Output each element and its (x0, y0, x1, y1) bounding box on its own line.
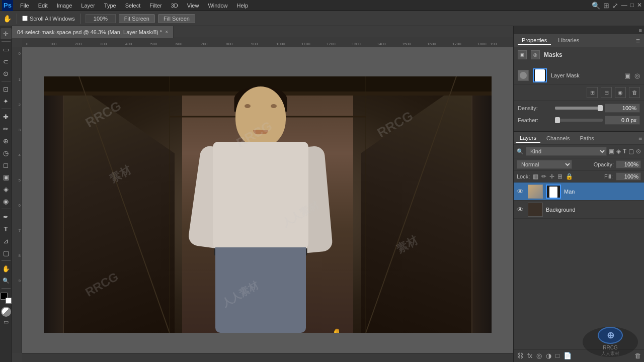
lock-artboard-icon[interactable]: ⊞ (557, 173, 562, 180)
layer-mask-thumb-man[interactable] (546, 185, 561, 199)
filter-pixel-icon[interactable]: ▣ (609, 148, 614, 155)
marquee-tool[interactable]: ▭ (1, 44, 12, 55)
screen-mode-icon[interactable]: ▭ (4, 319, 9, 325)
tab-close-button[interactable]: × (165, 29, 168, 35)
layers-filter-select[interactable]: Kind (526, 147, 607, 156)
menu-window[interactable]: Window (204, 2, 231, 10)
menu-select[interactable]: Select (121, 2, 145, 10)
canvas-image[interactable]: RRCG 素材 RRCG 人人素材 RRCG 素材 RRCG 人人素材 ✋ (44, 76, 492, 333)
density-slider[interactable] (555, 107, 603, 110)
dodge-tool[interactable]: ◉ (1, 196, 12, 207)
horizontal-scrollbar[interactable] (22, 353, 513, 362)
background-color[interactable] (6, 298, 12, 304)
workspace-icon[interactable]: ⊞ (603, 2, 609, 10)
filter-text-icon[interactable]: T (623, 148, 626, 155)
blend-mode-select[interactable]: Normal (517, 160, 572, 169)
eyedropper-tool[interactable]: ✦ (1, 96, 12, 107)
panel-collapse-button[interactable]: ≡ (514, 26, 644, 34)
feather-slider-thumb[interactable] (555, 117, 560, 123)
crop-tool[interactable]: ⊡ (1, 83, 12, 95)
layer-visibility-background[interactable]: 👁 (517, 206, 525, 214)
lock-paint-icon[interactable]: ✏ (541, 173, 546, 180)
gradient-tool[interactable]: ▣ (1, 171, 12, 183)
filter-adjust-icon[interactable]: ◈ (616, 148, 621, 155)
tab-properties[interactable]: Properties (518, 36, 551, 45)
quick-select-tool[interactable]: ⊙ (1, 68, 12, 79)
new-adjustment-icon[interactable]: ◑ (546, 352, 551, 359)
tab-channels[interactable]: Channels (542, 134, 574, 142)
filter-shape-icon[interactable]: ▢ (628, 148, 634, 155)
zoom-input[interactable] (86, 14, 116, 23)
layer-mask-thumbnail[interactable] (533, 68, 547, 82)
filter-smart-icon[interactable]: ⊙ (636, 148, 641, 155)
add-pixel-mask-icon[interactable]: ▣ (624, 72, 630, 79)
scroll-all-windows-check[interactable]: Scroll All Windows (22, 16, 75, 22)
document-tab[interactable]: 04-select-mask-space.psd @ 46.3% (Man, L… (12, 26, 174, 38)
fit-screen-button[interactable]: Fit Screen (119, 14, 155, 23)
move-tool[interactable]: ✛ (1, 28, 12, 39)
scroll-all-windows-checkbox[interactable] (22, 16, 28, 21)
link-layers-icon[interactable]: ⛓ (517, 352, 523, 359)
text-tool[interactable]: T (1, 223, 12, 234)
density-value[interactable]: 100% (605, 104, 640, 113)
fill-screen-button[interactable]: Fill Screen (158, 14, 195, 23)
menu-filter[interactable]: Filter (145, 2, 166, 10)
maximize-icon[interactable]: □ (630, 2, 634, 10)
delete-layer-icon[interactable]: 🗑 (634, 352, 641, 359)
tab-libraries[interactable]: Libraries (554, 36, 583, 45)
fill-input[interactable] (616, 172, 641, 180)
pen-tool[interactable]: ✒ (1, 211, 12, 222)
new-layer-icon[interactable]: 📄 (564, 352, 572, 359)
menu-image[interactable]: Image (53, 2, 76, 10)
clone-tool[interactable]: ⊕ (1, 135, 12, 146)
blur-tool[interactable]: ◈ (1, 184, 12, 195)
menu-edit[interactable]: Edit (34, 2, 52, 10)
layer-visibility-man[interactable]: 👁 (517, 188, 525, 196)
brush-tool[interactable]: ✏ (1, 123, 12, 134)
visibility-mask-icon[interactable]: ◉ (615, 87, 626, 98)
zoom-tool[interactable]: 🔍 (1, 275, 12, 286)
search-icon[interactable]: 🔍 (592, 2, 600, 10)
menu-help[interactable]: Help (233, 2, 253, 10)
color-swatches[interactable] (1, 293, 12, 304)
menu-3d[interactable]: 3D (167, 2, 182, 10)
opacity-input[interactable] (616, 160, 641, 168)
vector-mask-icon[interactable]: ◎ (531, 50, 540, 59)
layers-panel-options[interactable]: ≡ (638, 135, 642, 142)
arrange-icon[interactable]: ⤢ (612, 2, 618, 10)
new-group-icon[interactable]: □ (555, 352, 559, 359)
feather-slider[interactable] (555, 119, 603, 122)
invert-mask-icon[interactable]: ⊟ (601, 87, 612, 98)
filter-mask-icon[interactable]: ⊞ (587, 87, 598, 98)
eraser-tool[interactable]: ◻ (1, 159, 12, 170)
feather-value[interactable]: 0.0 px (605, 116, 640, 125)
tab-layers[interactable]: Layers (516, 134, 540, 143)
density-slider-thumb[interactable] (598, 105, 603, 111)
lasso-tool[interactable]: ⊂ (1, 56, 12, 67)
minimize-icon[interactable]: — (621, 2, 627, 10)
menu-layer[interactable]: Layer (77, 2, 99, 10)
properties-panel-options[interactable]: ≡ (636, 37, 640, 45)
lock-position-icon[interactable]: ✛ (549, 173, 554, 180)
history-brush-tool[interactable]: ◷ (1, 147, 12, 158)
lock-all-icon[interactable]: 🔒 (566, 173, 573, 180)
healing-tool[interactable]: ✚ (1, 111, 12, 122)
add-mask-icon[interactable]: ◎ (536, 352, 542, 359)
tab-paths[interactable]: Paths (576, 134, 598, 142)
menu-type[interactable]: Type (100, 2, 120, 10)
layer-item-background[interactable]: 👁 Background (514, 201, 644, 219)
add-vector-mask-icon[interactable]: ◎ (634, 72, 640, 79)
menu-view[interactable]: View (183, 2, 203, 10)
close-icon[interactable]: ✕ (637, 2, 642, 10)
pixel-mask-icon[interactable]: ▣ (518, 50, 527, 59)
add-style-icon[interactable]: fx (527, 352, 532, 359)
shape-tool[interactable]: ▢ (1, 247, 12, 258)
quick-mask-icon[interactable] (1, 307, 11, 317)
hand-tool[interactable]: ✋ (1, 263, 12, 274)
menu-file[interactable]: File (16, 2, 33, 10)
ruler-mark-900: 900 (251, 42, 258, 46)
trash-mask-icon[interactable]: 🗑 (629, 87, 640, 98)
path-tool[interactable]: ⊿ (1, 235, 12, 246)
layer-item-man[interactable]: 👁 Man (514, 183, 644, 201)
lock-transparency-icon[interactable]: ▦ (533, 173, 538, 180)
